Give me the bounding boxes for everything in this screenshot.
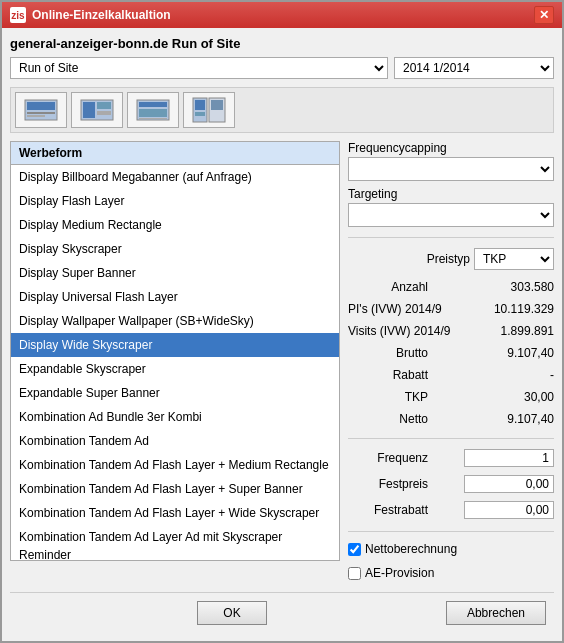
list-item[interactable]: Display Universal Flash Layer: [11, 285, 339, 309]
brutto-value: 9.107,40: [464, 346, 554, 360]
rabatt-row: Rabatt -: [348, 368, 554, 382]
main-window: zis Online-Einzelkalkualtion ✕ general-a…: [0, 0, 564, 643]
svg-rect-3: [27, 115, 45, 117]
targeting-dropdown[interactable]: [348, 203, 554, 227]
festpreis-row: Festpreis: [348, 475, 554, 493]
list-item[interactable]: Kombination Tandem Ad Layer Ad mit Skysc…: [11, 525, 339, 561]
list-item[interactable]: Expandable Super Banner: [11, 381, 339, 405]
svg-rect-6: [97, 102, 111, 109]
dropdowns-row: Run of Site 2014 1/2014: [10, 57, 554, 79]
svg-rect-14: [195, 112, 205, 116]
app-icon: zis: [10, 7, 26, 23]
preistyp-select[interactable]: TKP CPM CPC: [474, 248, 554, 270]
targeting-label: Targeting: [348, 187, 554, 201]
site-dropdown[interactable]: Run of Site: [10, 57, 388, 79]
festpreis-label: Festpreis: [348, 477, 428, 491]
toolbar-button-1[interactable]: [15, 92, 67, 128]
rabatt-label: Rabatt: [348, 368, 428, 382]
list-item[interactable]: Kombination Tandem Ad Flash Layer + Wide…: [11, 501, 339, 525]
banner-icon-2: [79, 96, 115, 124]
list-item[interactable]: Display Wallpaper Wallpaper (SB+WideSky): [11, 309, 339, 333]
svg-rect-13: [195, 100, 205, 110]
list-header: Werbeform: [11, 142, 339, 165]
ae-provision-checkbox[interactable]: [348, 567, 361, 580]
tkp-row: TKP 30,00: [348, 390, 554, 404]
frequenz-row: Frequenz: [348, 449, 554, 467]
nettoberechnung-checkbox[interactable]: [348, 543, 361, 556]
ad-format-list-panel: Werbeform Display Billboard Megabanner (…: [10, 141, 340, 561]
content-area: general-anzeiger-bonn.de Run of Site Run…: [2, 28, 562, 641]
banner-icon-1: [23, 96, 59, 124]
divider-3: [348, 531, 554, 532]
bottom-buttons: OK Abbrechen: [10, 592, 554, 633]
list-item[interactable]: Display Billboard Megabanner (auf Anfrag…: [11, 165, 339, 189]
list-item[interactable]: Kombination Tandem Ad: [11, 429, 339, 453]
divider-1: [348, 237, 554, 238]
visits-value: 1.899.891: [464, 324, 554, 338]
banner-icon-4: [191, 96, 227, 124]
frequencycapping-section: Frequencycapping: [348, 141, 554, 181]
list-item[interactable]: Display Flash Layer: [11, 189, 339, 213]
svg-rect-2: [27, 112, 55, 114]
festrabatt-row: Festrabatt: [348, 501, 554, 519]
visits-label: Visits (IVW) 2014/9: [348, 324, 450, 338]
pi-row: PI's (IVW) 2014/9 10.119.329: [348, 302, 554, 316]
rabatt-value: -: [464, 368, 554, 382]
svg-rect-10: [139, 109, 167, 117]
pi-label: PI's (IVW) 2014/9: [348, 302, 442, 316]
list-item[interactable]: Expandable Skyscraper: [11, 357, 339, 381]
nettoberechnung-label[interactable]: Nettoberechnung: [365, 542, 457, 556]
anzahl-label: Anzahl: [348, 280, 428, 294]
title-bar: zis Online-Einzelkalkualtion ✕: [2, 2, 562, 28]
toolbar-button-4[interactable]: [183, 92, 235, 128]
list-item[interactable]: Display Medium Rectangle: [11, 213, 339, 237]
list-item[interactable]: Display Super Banner: [11, 261, 339, 285]
svg-rect-5: [83, 102, 95, 118]
list-item[interactable]: Kombination Tandem Ad Flash Layer + Supe…: [11, 477, 339, 501]
svg-rect-11: [139, 118, 167, 119]
ae-provision-row: AE-Provision: [348, 566, 554, 580]
title-bar-left: zis Online-Einzelkalkualtion: [10, 7, 171, 23]
list-item[interactable]: Display Skyscraper: [11, 237, 339, 261]
nettoberechnung-row: Nettoberechnung: [348, 542, 554, 556]
frequenz-label: Frequenz: [348, 451, 428, 465]
svg-rect-16: [211, 100, 223, 110]
frequencycapping-label: Frequencycapping: [348, 141, 554, 155]
targeting-section: Targeting: [348, 187, 554, 227]
toolbar-button-2[interactable]: [71, 92, 123, 128]
list-item[interactable]: Kombination Ad Bundle 3er Kombi: [11, 405, 339, 429]
list-item-selected[interactable]: Display Wide Skyscraper: [11, 333, 339, 357]
netto-row: Netto 9.107,40: [348, 412, 554, 426]
svg-rect-7: [97, 111, 111, 115]
festrabatt-input[interactable]: [464, 501, 554, 519]
visits-row: Visits (IVW) 2014/9 1.899.891: [348, 324, 554, 338]
banner-icon-3: [135, 96, 171, 124]
tkp-label: TKP: [348, 390, 428, 404]
ae-provision-label[interactable]: AE-Provision: [365, 566, 434, 580]
preistyp-label: Preistyp: [390, 252, 470, 266]
anzahl-row: Anzahl 303.580: [348, 280, 554, 294]
window-title: Online-Einzelkalkualtion: [32, 8, 171, 22]
divider-2: [348, 438, 554, 439]
brutto-label: Brutto: [348, 346, 428, 360]
site-header-label: general-anzeiger-bonn.de Run of Site: [10, 36, 554, 51]
svg-rect-9: [139, 102, 167, 107]
list-item[interactable]: Kombination Tandem Ad Flash Layer + Medi…: [11, 453, 339, 477]
festpreis-input[interactable]: [464, 475, 554, 493]
close-button[interactable]: ✕: [534, 6, 554, 24]
right-panel: Frequencycapping Targeting Preistyp: [348, 141, 554, 584]
year-dropdown[interactable]: 2014 1/2014: [394, 57, 554, 79]
toolbar-button-3[interactable]: [127, 92, 179, 128]
pi-value: 10.119.329: [464, 302, 554, 316]
tkp-value: 30,00: [464, 390, 554, 404]
frequencycapping-dropdown[interactable]: [348, 157, 554, 181]
anzahl-value: 303.580: [464, 280, 554, 294]
netto-value: 9.107,40: [464, 412, 554, 426]
brutto-row: Brutto 9.107,40: [348, 346, 554, 360]
frequenz-input[interactable]: [464, 449, 554, 467]
toolbar: [10, 87, 554, 133]
ok-button[interactable]: OK: [197, 601, 267, 625]
preistyp-row: Preistyp TKP CPM CPC: [348, 248, 554, 270]
svg-rect-1: [27, 102, 55, 110]
cancel-button[interactable]: Abbrechen: [446, 601, 546, 625]
